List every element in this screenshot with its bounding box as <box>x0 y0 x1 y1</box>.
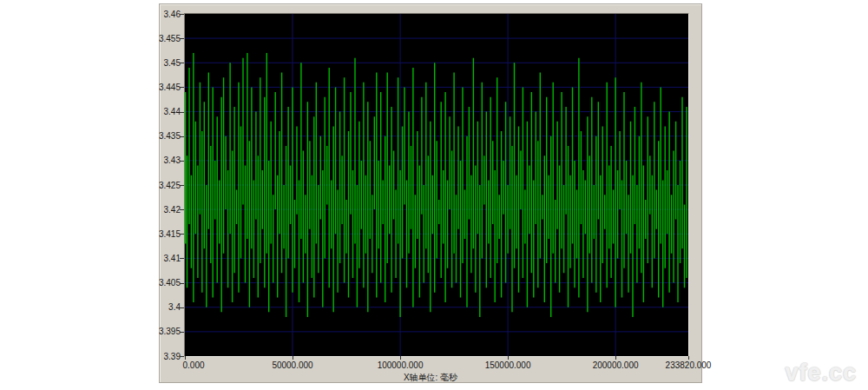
y-tick-mark <box>180 112 184 113</box>
y-tick-label: 3.395 <box>144 327 181 336</box>
y-tick-label: 3.435 <box>144 131 181 141</box>
x-axis-unit-label: X轴单位: 毫秒 <box>160 372 701 384</box>
y-tick-mark <box>180 136 184 137</box>
y-tick-label: 3.46 <box>144 10 181 19</box>
plot-area <box>184 13 689 357</box>
watermark: vfe.cc <box>785 360 857 387</box>
y-tick-mark <box>180 87 184 88</box>
y-tick-mark <box>180 14 184 15</box>
page: X轴单位: 毫秒 3.463.4553.453.4453.443.4353.43… <box>0 0 868 390</box>
y-tick-mark <box>180 185 184 186</box>
y-tick-label: 3.4 <box>144 302 181 312</box>
y-tick-label: 3.42 <box>144 205 181 215</box>
y-tick-mark <box>180 63 184 63</box>
chart-panel: X轴单位: 毫秒 3.463.4553.453.4453.443.4353.43… <box>159 3 702 383</box>
x-tick-label: 200000.000 <box>581 360 650 370</box>
y-tick-mark <box>180 332 184 333</box>
y-tick-mark <box>180 209 184 210</box>
y-tick-mark <box>180 356 184 357</box>
x-tick-mark <box>293 356 293 360</box>
x-tick-mark <box>508 356 509 360</box>
x-tick-mark <box>688 356 689 360</box>
x-tick-label: 0.000 <box>159 360 228 370</box>
x-tick-label: 50000.000 <box>258 360 327 370</box>
y-tick-label: 3.425 <box>144 181 181 190</box>
y-tick-mark <box>180 38 184 39</box>
y-tick-label: 3.45 <box>144 58 181 68</box>
y-tick-mark <box>180 258 184 259</box>
x-tick-label: 150000.000 <box>473 360 542 370</box>
y-tick-label: 3.445 <box>144 83 181 92</box>
y-tick-mark <box>180 283 184 284</box>
x-tick-label: 100000.000 <box>365 360 435 370</box>
x-tick-mark <box>185 356 186 360</box>
y-tick-label: 3.41 <box>144 254 181 263</box>
y-tick-mark <box>180 234 184 235</box>
y-tick-label: 3.39 <box>144 352 181 361</box>
y-tick-label: 3.415 <box>144 229 181 239</box>
x-tick-mark <box>615 356 616 360</box>
y-tick-label: 3.43 <box>144 155 181 165</box>
y-tick-mark <box>180 161 184 162</box>
y-tick-label: 3.405 <box>144 278 181 288</box>
x-tick-label: 233820.000 <box>654 360 723 370</box>
y-tick-label: 3.44 <box>144 107 181 116</box>
y-tick-mark <box>180 307 184 308</box>
waveform-svg <box>185 14 688 356</box>
x-tick-mark <box>400 356 401 360</box>
y-tick-label: 3.455 <box>144 34 181 43</box>
